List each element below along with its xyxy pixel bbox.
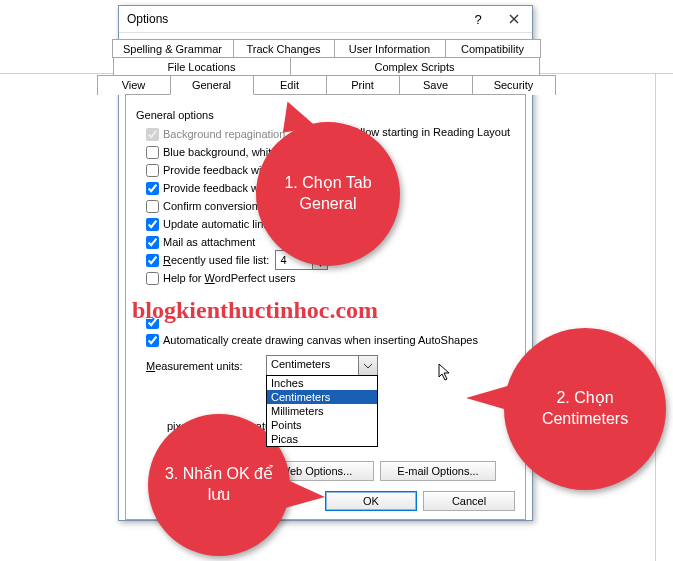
- tab-print[interactable]: Print: [326, 75, 400, 95]
- tab-security[interactable]: Security: [472, 75, 556, 95]
- email-options-button[interactable]: E-mail Options...: [380, 461, 496, 481]
- measurement-units-combo[interactable]: Centimeters: [266, 355, 378, 377]
- callout-1-text: 1. Chọn Tab General: [266, 173, 390, 215]
- callout-1: 1. Chọn Tab General: [256, 122, 400, 266]
- chevron-down-icon: [364, 362, 372, 370]
- watermark: blogkienthuctinhoc.com: [132, 297, 378, 324]
- opt-mail-attachment[interactable]: [146, 236, 159, 249]
- tab-view[interactable]: View: [97, 75, 171, 95]
- tab-user-information[interactable]: User Information: [334, 39, 446, 58]
- opt-blue-background[interactable]: [146, 146, 159, 159]
- callout-2-text: 2. Chọn Centimeters: [514, 388, 656, 430]
- opt-wordperfect[interactable]: [146, 272, 159, 285]
- opt-feedback-sound[interactable]: [146, 164, 159, 177]
- opt-recent-files-label: RRecently used file list:ecently used fi…: [163, 254, 269, 266]
- opt-reading-layout-label: Allow starting in Reading Layout: [353, 126, 510, 138]
- tab-general[interactable]: General: [170, 75, 254, 95]
- measurement-units-dropdown-button[interactable]: [358, 356, 377, 376]
- close-button[interactable]: [496, 6, 532, 32]
- opt-feedback-animation[interactable]: [146, 182, 159, 195]
- opt-mail-attachment-label: Mail as attachment: [163, 236, 255, 248]
- opt-recent-files[interactable]: [146, 254, 159, 267]
- dialog-title: Options: [119, 12, 460, 26]
- opt-wordperfect-row: Help for WordPerfect users Help for Word…: [146, 269, 515, 287]
- measurement-units-label: Measurement units:: [146, 360, 266, 372]
- tab-complex-scripts[interactable]: Complex Scripts: [290, 57, 540, 76]
- tab-edit[interactable]: Edit: [253, 75, 327, 95]
- tab-compatibility[interactable]: Compatibility: [445, 39, 541, 58]
- opt-autoshapes-label: Automatically create drawing canvas when…: [163, 334, 478, 346]
- measurement-units-value: Centimeters: [267, 356, 358, 376]
- measurement-option-points[interactable]: Points: [267, 418, 377, 432]
- opt-update-links[interactable]: [146, 218, 159, 231]
- opt-confirm-conversion[interactable]: [146, 200, 159, 213]
- measurement-option-centimeters[interactable]: Centimeters: [267, 390, 377, 404]
- measurement-units-dropdown: Inches Centimeters Millimeters Points Pi…: [266, 375, 378, 447]
- cursor-icon: [438, 363, 454, 385]
- tab-spelling-grammar[interactable]: Spelling & Grammar: [112, 39, 234, 58]
- tab-save[interactable]: Save: [399, 75, 473, 95]
- ok-button[interactable]: OK: [325, 491, 417, 511]
- opt-autoshapes-row: Automatically create drawing canvas when…: [146, 331, 515, 349]
- callout-3-text: 3. Nhấn OK để lưu: [158, 464, 280, 506]
- measurement-units-row: Measurement units: Measurement units: Ce…: [146, 355, 515, 377]
- titlebar: Options ?: [119, 6, 532, 33]
- close-icon: [509, 14, 519, 24]
- measurement-option-inches[interactable]: Inches: [267, 376, 377, 390]
- help-button[interactable]: ?: [460, 6, 496, 32]
- cancel-button[interactable]: Cancel: [423, 491, 515, 511]
- tab-file-locations[interactable]: File Locations: [113, 57, 291, 76]
- tab-track-changes[interactable]: Track Changes: [233, 39, 335, 58]
- measurement-option-picas[interactable]: Picas: [267, 432, 377, 446]
- opt-background-repagination: [146, 128, 159, 141]
- opt-wordperfect-label: Help for WordPerfect users: [163, 272, 295, 284]
- opt-autoshapes[interactable]: [146, 334, 159, 347]
- measurement-option-millimeters[interactable]: Millimeters: [267, 404, 377, 418]
- callout-2: 2. Chọn Centimeters: [504, 328, 666, 490]
- opt-background-repagination-label: Background repagination: [163, 128, 285, 140]
